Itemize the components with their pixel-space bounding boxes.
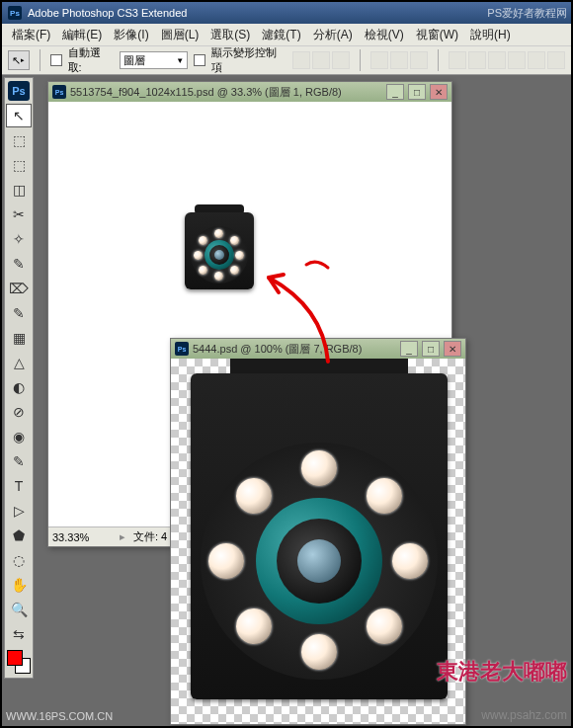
move-tool[interactable]: ↖	[6, 104, 32, 127]
align-icon[interactable]	[292, 51, 310, 69]
document-titlebar[interactable]: Ps 5513754_f904_1024x115.psd @ 33.3% (圖層…	[48, 82, 451, 102]
menubar: 檔案(F) 編輯(E) 影像(I) 圖層(L) 選取(S) 濾鏡(T) 分析(A…	[2, 24, 571, 45]
app-window: Ps Adobe Photoshop CS3 Extended 檔案(F) 編輯…	[2, 2, 571, 726]
distribute-icon[interactable]	[449, 51, 466, 69]
close-button[interactable]: ✕	[430, 84, 448, 100]
file-status: 文件: 4	[133, 529, 167, 544]
notes-tool[interactable]: ◌	[6, 548, 32, 572]
toolbox-header-icon[interactable]: Ps	[8, 81, 30, 101]
auto-select-checkbox[interactable]	[50, 54, 62, 66]
color-swatch[interactable]	[7, 650, 31, 674]
separator-icon	[438, 49, 439, 71]
swap-colors-icon[interactable]: ⇆	[6, 622, 32, 646]
document-title: 5444.psd @ 100% (圖層 7, RGB/8)	[193, 342, 396, 357]
options-bar: ↖▸ 自動選取: 圖層 ▼ 顯示變形控制項	[2, 45, 571, 75]
show-transform-checkbox[interactable]	[194, 54, 205, 66]
workspace: Ps ↖ ⬚ ⬚ ◫ ✂ ✧ ✎ ⌦ ✎ ▦ △ ◐ ⊘ ◉ ✎ T ▷ ⬟ ◌…	[2, 75, 571, 726]
camera-image-large	[191, 373, 448, 699]
distribute-group	[449, 51, 565, 69]
separator-icon	[360, 49, 361, 71]
watermark-top-right: PS爱好者教程网	[487, 6, 567, 21]
photoshop-doc-icon: Ps	[52, 85, 66, 99]
dodge-tool[interactable]: ⊘	[6, 400, 32, 424]
photoshop-logo-icon: Ps	[8, 6, 22, 20]
align-group-2	[370, 51, 428, 69]
align-icon[interactable]	[370, 51, 388, 69]
minimize-button[interactable]: _	[386, 84, 404, 100]
document-window-2[interactable]: Ps 5444.psd @ 100% (圖層 7, RGB/8) _ □ ✕	[170, 338, 466, 725]
menu-file[interactable]: 檔案(F)	[6, 25, 56, 45]
align-icon[interactable]	[410, 51, 428, 69]
photoshop-doc-icon: Ps	[175, 342, 189, 356]
marquee-tool[interactable]: ⬚	[6, 128, 32, 152]
eraser-tool[interactable]: ▦	[6, 326, 32, 350]
close-button[interactable]: ✕	[444, 341, 461, 357]
menu-layer[interactable]: 圖層(L)	[155, 25, 205, 45]
distribute-icon[interactable]	[508, 51, 526, 69]
watermark-author: 東港老大嘟嘟	[437, 657, 567, 687]
shape-tool[interactable]: ⬟	[6, 524, 32, 547]
maximize-button[interactable]: □	[422, 341, 440, 357]
separator-icon	[40, 49, 41, 71]
menu-image[interactable]: 影像(I)	[108, 25, 154, 45]
stamp-tool[interactable]: ⌦	[6, 277, 32, 300]
menu-help[interactable]: 說明(H)	[464, 25, 517, 45]
chevron-down-icon: ▼	[176, 56, 184, 65]
healing-tool[interactable]: ✧	[6, 227, 32, 251]
hand-tool[interactable]: ✋	[6, 573, 32, 597]
slice-tool[interactable]: ✂	[6, 202, 32, 226]
move-tool-icon[interactable]: ↖▸	[8, 50, 30, 70]
menu-analysis[interactable]: 分析(A)	[307, 25, 359, 45]
watermark-bottom-left: WWW.16PS.COM.CN	[6, 710, 113, 722]
document-titlebar[interactable]: Ps 5444.psd @ 100% (圖層 7, RGB/8) _ □ ✕	[171, 339, 465, 359]
align-icon[interactable]	[312, 51, 330, 69]
zoom-value[interactable]: 33.33%	[52, 531, 112, 543]
app-titlebar: Ps Adobe Photoshop CS3 Extended	[2, 2, 571, 24]
distribute-icon[interactable]	[488, 51, 506, 69]
distribute-icon[interactable]	[547, 51, 565, 69]
maximize-button[interactable]: □	[408, 84, 426, 100]
show-transform-label: 顯示變形控制項	[211, 45, 286, 75]
align-group	[292, 51, 350, 69]
document-canvas[interactable]	[171, 359, 465, 724]
crop-tool[interactable]: ◫	[6, 178, 32, 202]
zoom-tool[interactable]: 🔍	[6, 598, 32, 621]
align-icon[interactable]	[390, 51, 408, 69]
auto-select-label: 自動選取:	[68, 45, 114, 75]
pencil-tool[interactable]: ✎	[6, 449, 32, 473]
type-tool[interactable]: T	[6, 474, 32, 498]
menu-select[interactable]: 選取(S)	[205, 25, 256, 45]
align-icon[interactable]	[332, 51, 350, 69]
auto-select-dropdown[interactable]: 圖層 ▼	[120, 51, 188, 69]
foreground-color-swatch[interactable]	[7, 650, 23, 666]
gradient-tool[interactable]: △	[6, 351, 32, 374]
lasso-tool[interactable]: ⬚	[6, 153, 32, 177]
menu-edit[interactable]: 編輯(E)	[56, 25, 108, 45]
distribute-icon[interactable]	[528, 51, 545, 69]
toolbox: Ps ↖ ⬚ ⬚ ◫ ✂ ✧ ✎ ⌦ ✎ ▦ △ ◐ ⊘ ◉ ✎ T ▷ ⬟ ◌…	[4, 77, 34, 679]
camera-image-small	[185, 212, 254, 289]
distribute-icon[interactable]	[468, 51, 486, 69]
blur-tool[interactable]: ◐	[6, 375, 32, 399]
menu-filter[interactable]: 濾鏡(T)	[256, 25, 306, 45]
history-brush-tool[interactable]: ✎	[6, 301, 32, 325]
brush-tool[interactable]: ✎	[6, 252, 32, 276]
pen-tool[interactable]: ◉	[6, 425, 32, 448]
menu-view[interactable]: 檢視(V)	[359, 25, 410, 45]
dropdown-value: 圖層	[123, 53, 145, 68]
menu-window[interactable]: 視窗(W)	[410, 25, 464, 45]
minimize-button[interactable]: _	[400, 341, 418, 357]
app-title: Adobe Photoshop CS3 Extended	[28, 7, 187, 19]
path-tool[interactable]: ▷	[6, 499, 32, 523]
watermark-bottom-right: www.psahz.com	[481, 708, 567, 722]
document-title: 5513754_f904_1024x115.psd @ 33.3% (圖層 1,…	[70, 85, 382, 100]
